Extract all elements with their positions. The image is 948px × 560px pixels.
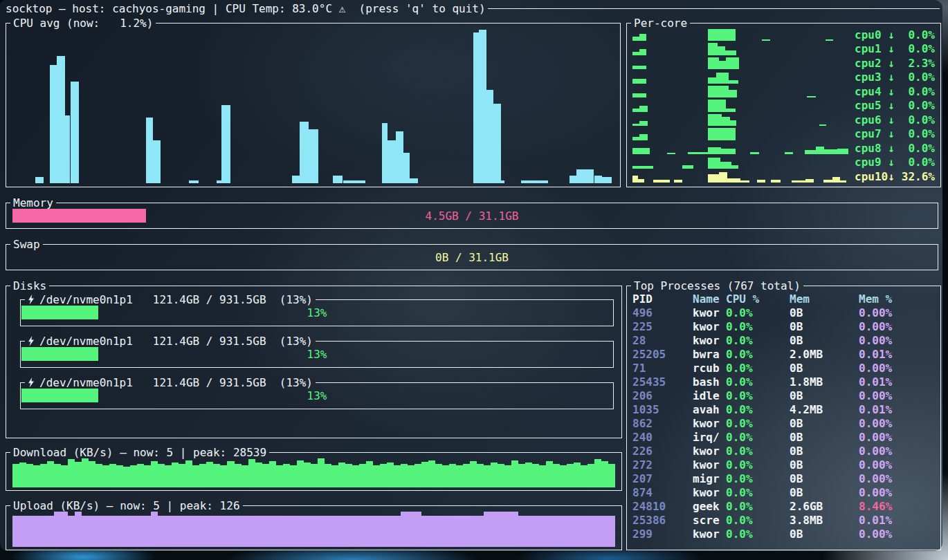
cpu-avg-bar	[388, 140, 396, 183]
download-bar	[484, 465, 491, 487]
percore-value: 0.0%	[908, 85, 935, 98]
percore-bar	[632, 66, 639, 69]
percore-bar	[674, 180, 682, 183]
percore-bar	[708, 86, 729, 97]
download-bar	[331, 465, 338, 487]
upload-bar	[95, 516, 102, 547]
percore-row: cpu7 ↓0.0%	[632, 127, 935, 141]
process-cpu: 0.0%	[726, 334, 790, 348]
processes-title: Top Processes (767 total)	[631, 279, 803, 292]
process-pid: 71	[632, 362, 693, 375]
process-name: rcub	[693, 362, 726, 375]
upload-bar	[345, 516, 352, 547]
process-pid: 25205	[632, 348, 693, 362]
upload-bar	[518, 516, 525, 547]
download-bar	[109, 464, 116, 487]
download-bar	[428, 460, 435, 487]
percore-bar	[719, 61, 726, 69]
process-col-header: PID	[632, 292, 693, 306]
percore-bar	[805, 150, 815, 154]
upload-bar	[428, 516, 435, 547]
cpu-avg-bar	[403, 153, 410, 183]
process-name: kwor	[693, 306, 726, 320]
upload-bar	[75, 512, 82, 547]
download-bar	[394, 465, 401, 487]
download-bar	[318, 458, 325, 487]
disk-gauge-label: 13%	[21, 347, 612, 361]
percore-bar	[708, 57, 719, 69]
download-bar	[525, 463, 532, 487]
process-mem-pct: 8.46%	[859, 500, 936, 514]
cpu-avg-bar	[500, 180, 504, 183]
upload-bar	[608, 516, 615, 547]
upload-bar	[19, 516, 26, 547]
percore-bar	[708, 77, 716, 84]
percore-bar	[708, 158, 720, 168]
percore-bar	[819, 124, 826, 126]
cpu-avg-bar	[64, 115, 71, 183]
upload-bar	[248, 516, 255, 547]
swap-gauge: 0B / 31.1GB	[12, 250, 931, 264]
percore-bar	[639, 106, 648, 112]
process-mem-pct: 0.00%	[859, 528, 936, 541]
process-table: PIDNameCPU %MemMem %496kwor0.0%0B0.00%22…	[632, 292, 936, 547]
process-pid: 299	[632, 528, 693, 541]
process-mem-pct: 0.01%	[859, 403, 936, 417]
percore-value: 32.6%	[902, 170, 935, 183]
upload-bar	[297, 516, 304, 547]
percore-label: cpu6 ↓0.0%	[848, 113, 935, 127]
percore-list: cpu0 ↓0.0%cpu1 ↓0.0%cpu2 ↓2.3%cpu3 ↓0.0%…	[632, 28, 935, 183]
download-bar	[213, 464, 220, 487]
upload-bar	[89, 516, 95, 547]
process-cpu: 0.0%	[726, 389, 790, 403]
percore-bar	[632, 93, 646, 97]
upload-bar	[567, 516, 574, 547]
process-cpu: 0.0%	[726, 458, 790, 472]
process-mem: 0B	[790, 417, 859, 431]
download-bar	[311, 464, 318, 487]
cpu-avg-bar	[486, 90, 493, 183]
percore-bar	[816, 147, 824, 154]
disks-panel: Disks /dev/nvme0n1p1 121.4GB / 931.5GB (…	[6, 286, 622, 438]
download-bar	[338, 463, 345, 487]
percore-bar	[805, 179, 814, 183]
percore-row: cpu5 ↓0.0%	[632, 99, 935, 113]
swap-panel: Swap 0B / 31.1GB	[6, 244, 938, 270]
percore-bar	[708, 174, 719, 183]
process-pid: 25386	[632, 514, 693, 528]
swap-title: Swap	[10, 238, 43, 251]
download-bar	[130, 465, 137, 487]
percore-label: cpu1 ↓0.0%	[848, 42, 935, 56]
process-cpu: 0.0%	[726, 362, 790, 375]
upload-bar	[484, 512, 491, 547]
download-bar	[518, 464, 525, 487]
percore-value: 0.0%	[908, 113, 935, 127]
titlebar: socktop — host: cachyos-gaming | CPU Tem…	[0, 0, 940, 17]
disk-title-text: /dev/nvme0n1p1 121.4GB / 931.5GB (13%)	[39, 335, 313, 348]
upload-bar	[553, 516, 560, 547]
upload-bar	[338, 516, 345, 547]
disk-gauge-label: 13%	[21, 306, 612, 319]
process-name: kwor	[693, 334, 726, 348]
download-bar	[553, 464, 560, 487]
download-bar	[498, 464, 504, 487]
percore-bar	[708, 43, 718, 55]
upload-bar	[498, 512, 504, 547]
process-mem-pct: 0.00%	[859, 445, 936, 458]
upload-bar	[82, 516, 89, 547]
process-mem: 1.8MB	[790, 375, 859, 389]
process-mem-pct: 0.01%	[859, 375, 936, 389]
upload-bar	[109, 516, 116, 547]
percore-panel: Per-core cpu0 ↓0.0%cpu1 ↓0.0%cpu2 ↓2.3%c…	[626, 23, 941, 187]
download-bar	[546, 461, 553, 487]
download-bar	[165, 465, 172, 487]
process-name: geek	[693, 500, 726, 514]
upload-bar	[387, 516, 394, 547]
process-mem-pct: 0.00%	[859, 472, 936, 486]
percore-sparkline	[632, 142, 848, 155]
percore-bar	[757, 180, 765, 183]
upload-bar	[40, 516, 47, 547]
process-mem-pct: 0.00%	[859, 389, 936, 403]
upload-bar	[594, 516, 601, 547]
process-mem-pct: 0.00%	[859, 458, 936, 472]
